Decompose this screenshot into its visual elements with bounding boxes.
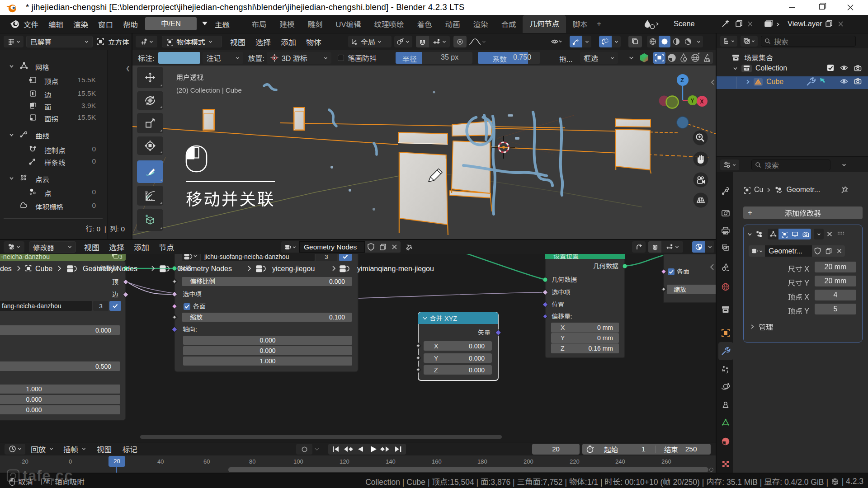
svg-text:0.000: 0.000	[329, 278, 345, 285]
svg-text:yiceng-jiegou: yiceng-jiegou	[272, 265, 315, 272]
svg-text:(20) Collection | Cube: (20) Collection | Cube	[176, 86, 242, 94]
svg-text:0.000: 0.000	[26, 396, 42, 403]
svg-text:合并 XYZ: 合并 XYZ	[429, 315, 457, 322]
svg-text:Cube: Cube	[35, 265, 52, 272]
svg-text:0.16 mm: 0.16 mm	[589, 345, 613, 352]
svg-text:各面: 各面	[677, 268, 689, 275]
svg-text:0 mm: 0 mm	[597, 334, 613, 342]
svg-text:缩放: 缩放	[674, 286, 686, 293]
svg-text:Geometry Nodes: Geometry Nodes	[177, 265, 232, 272]
svg-text:0.000: 0.000	[95, 327, 111, 334]
svg-text:0.000: 0.000	[259, 337, 275, 344]
svg-text:移动并关联: 移动并关联	[186, 190, 275, 209]
svg-text:Z: Z	[561, 345, 565, 352]
svg-text:设置位置: 设置位置	[553, 254, 579, 260]
svg-text:X: X	[561, 324, 565, 331]
svg-text:3: 3	[325, 254, 328, 260]
svg-text:0 mm: 0 mm	[597, 324, 613, 331]
svg-text:1.000: 1.000	[259, 357, 275, 365]
svg-text:Y: Y	[434, 355, 439, 362]
svg-text:用户透视: 用户透视	[176, 74, 203, 81]
svg-text:X: X	[700, 99, 704, 105]
svg-text:Geometry Nodes: Geometry Nodes	[83, 265, 137, 272]
svg-text:3: 3	[99, 303, 103, 310]
svg-text:选中项: 选中项	[183, 291, 202, 298]
svg-text:偏移比例: 偏移比例	[190, 278, 215, 285]
svg-text:Z: Z	[680, 77, 684, 84]
svg-text:顶: 顶	[112, 278, 118, 286]
svg-text:Z: Z	[434, 366, 438, 374]
svg-text:1.000: 1.000	[26, 385, 42, 393]
svg-text:缩放: 缩放	[190, 314, 203, 321]
svg-text:0.100: 0.100	[329, 314, 345, 321]
svg-text:0.000: 0.000	[469, 366, 485, 374]
svg-text:位置: 位置	[552, 301, 564, 308]
svg-text:Y: Y	[691, 98, 694, 104]
svg-text:yimianqiang-men-jiegou: yimianqiang-men-jiegou	[357, 265, 434, 272]
svg-text:矢量: 矢量	[478, 329, 491, 336]
svg-text:Y: Y	[561, 334, 565, 342]
svg-text:选中项: 选中项	[552, 289, 571, 296]
svg-text:各面: 各面	[193, 303, 206, 310]
svg-text:0.000: 0.000	[469, 343, 485, 350]
svg-text:偏移量:: 偏移量:	[552, 313, 572, 320]
svg-text:0.000: 0.000	[259, 347, 275, 354]
svg-text:jichu-suofang-neicha-danzhou: jichu-suofang-neicha-danzhou	[204, 254, 289, 260]
svg-text:0.500: 0.500	[95, 363, 111, 370]
svg-text:几何数据: 几何数据	[552, 276, 577, 283]
svg-text:3: 3	[119, 254, 123, 260]
svg-text:几何数据: 几何数据	[593, 263, 618, 270]
svg-text:X: X	[434, 343, 439, 350]
svg-text:des: des	[0, 265, 12, 272]
svg-text:0.000: 0.000	[469, 355, 485, 362]
svg-text:fang-neicha-danzhou: fang-neicha-danzhou	[2, 302, 61, 310]
svg-text:0.000: 0.000	[26, 406, 42, 413]
svg-text:边: 边	[112, 291, 118, 298]
svg-text:-neicha-danzhou: -neicha-danzhou	[1, 254, 50, 260]
svg-text:轴向:: 轴向:	[183, 326, 197, 333]
